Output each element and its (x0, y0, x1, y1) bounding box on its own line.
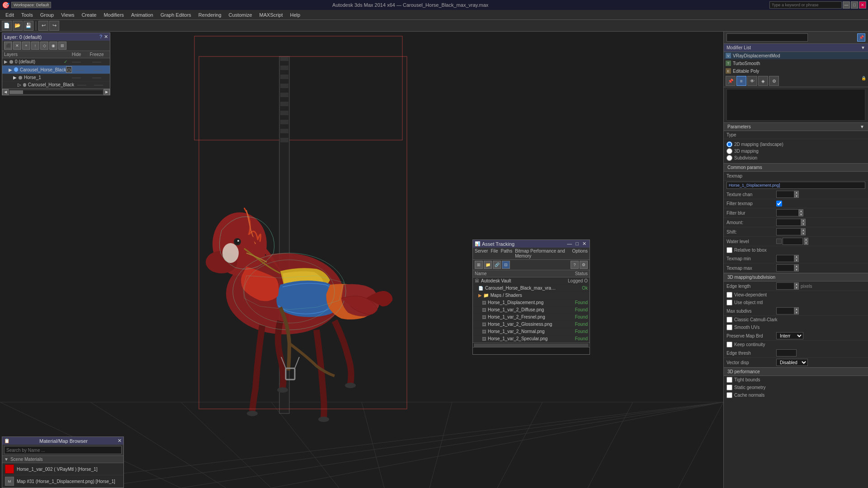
layer-item-default[interactable]: ▶ 0 (default) ✓ —— —— (2, 58, 110, 66)
layer-tool-new[interactable]: ⬛ (4, 42, 12, 50)
use-object-mtl-checkbox[interactable] (726, 300, 732, 305)
at-row-displacement[interactable]: 🖼 Horse_1_Displacement.png Found (473, 299, 590, 306)
texture-chan-spinner[interactable]: 1 ▲ ▼ (776, 191, 799, 198)
workspace-dropdown[interactable]: Workspace: Default (11, 2, 51, 8)
3d-perf-section[interactable]: 3D performance (724, 367, 868, 376)
max-subdivs-spinner[interactable]: 256 ▲ ▼ (776, 307, 799, 314)
scroll-right[interactable]: ▶ (104, 89, 110, 95)
texture-chan-input[interactable]: 1 (776, 191, 794, 198)
layer-tool-select[interactable]: ◇ (40, 42, 48, 50)
shift-input[interactable]: -2.5cm (776, 228, 801, 235)
texmap-min-up[interactable]: ▲ (794, 255, 799, 258)
toolbar-open[interactable]: 📂 (13, 21, 23, 31)
at-scrollbar[interactable] (473, 343, 590, 347)
layer-tool-current[interactable]: ◉ (49, 42, 57, 50)
radio-3d-mapping[interactable]: 3D mapping (726, 148, 865, 154)
filter-texmap-checkbox[interactable] (776, 201, 782, 206)
rp-pin-btn[interactable]: 📌 (857, 33, 865, 42)
layers-close-btn[interactable]: ✕ (104, 34, 108, 40)
edge-length-spinner[interactable]: 4.0 ▲ ▼ (776, 282, 799, 290)
modifier-epoly[interactable]: E Editable Poly (724, 67, 868, 75)
at-menu-options[interactable]: Options (572, 249, 588, 258)
layer-tool-extra[interactable]: ⊞ (58, 42, 66, 50)
layer-item-carousel[interactable]: ▶ Carousel_Horse_Black □ —— —— (2, 66, 110, 74)
menu-group[interactable]: Group (37, 11, 58, 19)
search-input[interactable] (769, 1, 842, 9)
at-btn-3[interactable]: 🔗 (493, 261, 501, 269)
relative-bbox-checkbox[interactable] (726, 247, 732, 253)
layer-item-carousel2[interactable]: ▷ Carousel_Horse_Black —— —— (2, 81, 110, 89)
at-btn-2[interactable]: 📁 (484, 261, 492, 269)
material-item-1[interactable]: Horse_1_var_002 ( VRayMtl ) [Horse_1] (2, 463, 123, 475)
filter-blur-up[interactable]: ▲ (799, 209, 803, 213)
menu-views[interactable]: Views (57, 11, 78, 19)
vector-disp-select[interactable]: Disabled (776, 359, 808, 366)
texture-chan-down[interactable]: ▼ (794, 194, 799, 198)
texmap-path[interactable]: Horse_1_Displacement.png] (726, 182, 865, 189)
preserve-map-select[interactable]: Interr (776, 332, 803, 339)
water-level-up[interactable]: ▲ (804, 238, 808, 241)
minimize-button[interactable]: — (843, 1, 850, 9)
rp-icon-unique[interactable]: ◈ (758, 76, 768, 86)
layer-tool-add[interactable]: + (22, 42, 30, 50)
at-btn-4[interactable]: ⊟ (502, 261, 510, 269)
layer-tool-move[interactable]: ↑ (31, 42, 39, 50)
max-subdivs-input[interactable]: 256 (776, 307, 794, 314)
shift-spinner[interactable]: -2.5cm ▲ ▼ (776, 228, 806, 235)
static-geometry-checkbox[interactable] (726, 385, 732, 390)
at-row-maxfile[interactable]: 📄 Carousel_Horse_Black_max_vray.max Ok (473, 285, 590, 292)
menu-customize[interactable]: Customize (225, 11, 256, 19)
water-level-ctrl[interactable]: 0.0cm ▲ ▼ (776, 238, 808, 245)
3d-mapping-sub-section[interactable]: 3D mapping/subdivision (724, 273, 868, 282)
max-subdivs-down[interactable]: ▼ (794, 311, 799, 314)
menu-help[interactable]: Help (287, 11, 304, 19)
maximize-button[interactable]: □ (851, 1, 858, 9)
menu-graph-editors[interactable]: Graph Editors (157, 11, 195, 19)
max-subdivs-up[interactable]: ▲ (794, 307, 799, 311)
amount-down[interactable]: ▼ (801, 222, 806, 226)
filter-blur-down[interactable]: ▼ (799, 213, 803, 216)
at-row-glossiness[interactable]: 🖼 Horse_1_var_2_Glossiness.png Found (473, 321, 590, 328)
at-menu-server[interactable]: Server (475, 249, 488, 258)
asset-tracking-titlebar[interactable]: 📊 Asset Tracking — □ ✕ (473, 240, 590, 248)
radio-2d-mapping[interactable]: 2D mapping (landscape) (726, 141, 865, 147)
menu-tools[interactable]: Tools (18, 11, 37, 19)
scene-materials-section[interactable]: ▼ Scene Materials (2, 456, 123, 463)
menu-rendering[interactable]: Rendering (195, 11, 225, 19)
at-btn-help[interactable]: ? (571, 261, 579, 269)
texture-chan-up[interactable]: ▲ (794, 191, 799, 194)
edge-length-input[interactable]: 4.0 (776, 282, 794, 290)
menu-create[interactable]: Create (78, 11, 100, 19)
scroll-left[interactable]: ◀ (2, 89, 9, 95)
amount-up[interactable]: ▲ (801, 219, 806, 222)
at-row-vault[interactable]: 🏛 Autodesk Vault Logged O (473, 277, 590, 285)
close-button[interactable]: ✕ (859, 1, 866, 9)
at-scrollbar-track[interactable] (474, 343, 589, 347)
texmap-min-input[interactable]: 0.0 (776, 255, 794, 262)
parameters-section-title[interactable]: Parameters ▼ (724, 122, 868, 131)
filter-blur-spinner[interactable]: 0.001 ▲ ▼ (776, 209, 803, 216)
layers-scrollbar[interactable]: ◀ ▶ (2, 89, 110, 95)
rp-icon-settings[interactable]: ⚙ (769, 76, 779, 86)
scroll-track[interactable] (9, 90, 103, 94)
toolbar-save[interactable]: 💾 (24, 21, 33, 31)
at-row-maps-folder[interactable]: ▶ 📁 Maps / Shaders (473, 292, 590, 299)
texmap-min-down[interactable]: ▼ (794, 258, 799, 262)
texmap-max-spinner[interactable]: 1.0 ▲ ▼ (776, 264, 799, 272)
material-browser-close[interactable]: ✕ (118, 438, 122, 444)
menu-maxscript[interactable]: MAXScript (256, 11, 287, 19)
menu-edit[interactable]: Edit (2, 11, 18, 19)
rp-icon-pin[interactable]: 📌 (726, 76, 736, 86)
cache-normals-checkbox[interactable] (726, 392, 732, 398)
at-menu-paths[interactable]: Paths (501, 249, 513, 258)
modifier-vray[interactable]: V VRayDisplacementMod (724, 52, 868, 60)
texmap-max-input[interactable]: 1.0 (776, 264, 794, 272)
at-close-btn[interactable]: ✕ (581, 241, 588, 247)
at-menu-bitmap[interactable]: Bitmap Performance and Memory (515, 249, 569, 258)
at-row-diffuse[interactable]: 🖼 Horse_1_var_2_Diffuse.png Found (473, 306, 590, 314)
toolbar-new[interactable]: 📄 (2, 21, 12, 31)
modifier-turbosmooth[interactable]: T TurboSmooth (724, 60, 868, 67)
at-btn-settings[interactable]: ⚙ (580, 261, 588, 269)
layers-titlebar[interactable]: Layer: 0 (default) ? ✕ (2, 33, 110, 41)
rp-icon-stack[interactable]: ≡ (736, 76, 746, 86)
